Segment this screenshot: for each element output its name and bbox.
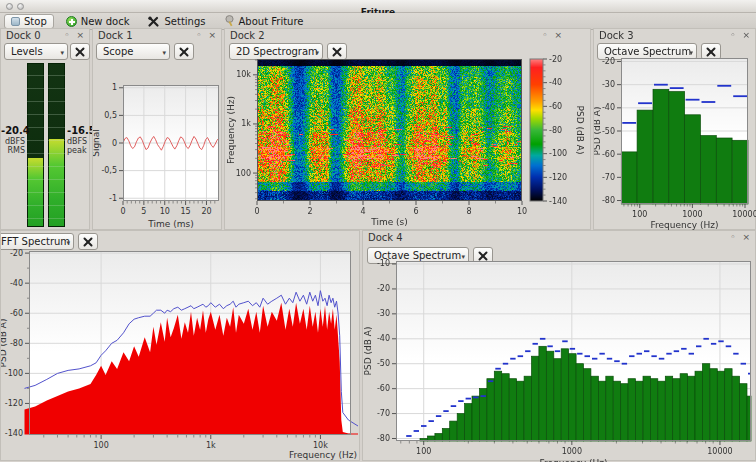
window-control-icon[interactable] (17, 3, 24, 10)
chevron-down-icon: ▾ (689, 46, 693, 60)
dock3-widget-selector[interactable]: Octave Spectrum▾ (597, 43, 697, 60)
svg-text:-40: -40 (549, 78, 562, 87)
svg-text:PSD (dB A): PSD (dB A) (575, 106, 585, 155)
close-icon[interactable]: × (208, 30, 216, 40)
float-icon[interactable]: ◦ (64, 30, 69, 40)
svg-text:10: 10 (160, 207, 170, 216)
peak-markers (406, 339, 750, 436)
svg-text:Time (ms): Time (ms) (147, 219, 193, 229)
grid (29, 251, 351, 435)
dock4-settings-button[interactable] (473, 247, 493, 264)
float-icon[interactable]: ◦ (196, 30, 201, 40)
svg-text:10k: 10k (236, 70, 251, 79)
float-icon[interactable]: ◦ (542, 30, 547, 40)
grid (396, 261, 751, 441)
svg-text:-60: -60 (602, 150, 615, 159)
svg-text:4: 4 (360, 207, 365, 216)
svg-text:0: 0 (254, 207, 259, 216)
chevron-down-icon: ▾ (60, 46, 64, 60)
close-icon[interactable]: × (742, 232, 750, 242)
svg-text:1000: 1000 (682, 210, 702, 219)
dock-fft-spectrum: FFT Spectrum▾ -20-40-60-80-100-120-14010… (0, 230, 360, 461)
svg-text:-140: -140 (549, 197, 567, 206)
octave-bars (420, 346, 751, 441)
float-icon[interactable]: ◦ (730, 232, 735, 242)
chevron-down-icon: ▾ (461, 250, 465, 264)
svg-text:-40: -40 (10, 279, 23, 288)
svg-text:Signal: Signal (93, 129, 101, 157)
about-button[interactable]: About Friture (218, 14, 310, 29)
chevron-down-icon: ▾ (315, 46, 319, 60)
wrench-icon (82, 236, 94, 248)
window-control-icon[interactable] (6, 3, 13, 10)
svg-text:5: 5 (141, 207, 146, 216)
fft-peak-line (25, 291, 359, 426)
svg-text:100: 100 (236, 169, 251, 178)
dock-title: Dock 3 (599, 30, 634, 41)
svg-text:-50: -50 (377, 359, 390, 368)
dock0-widget-selector[interactable]: Levels▾ (4, 43, 68, 60)
close-icon[interactable]: × (742, 30, 750, 40)
svg-text:10000: 10000 (707, 447, 732, 456)
dock4-widget-selector[interactable]: Octave Spectrum▾ (367, 247, 469, 264)
svg-text:-70: -70 (377, 409, 390, 418)
svg-text:15: 15 (181, 207, 191, 216)
dock2-settings-button[interactable] (327, 43, 347, 60)
svg-text:PSD (dB A): PSD (dB A) (1, 319, 8, 368)
svg-text:Frequency (Hz): Frequency (Hz) (289, 450, 357, 460)
wrench-icon (705, 46, 717, 58)
microphone-icon (224, 15, 235, 27)
peak-readout: -16.5 dBFS peak (67, 125, 91, 155)
svg-text:-120: -120 (549, 173, 567, 182)
friture-window: Friture Stop New dock Settings About Fri… (0, 0, 756, 462)
svg-text:100: 100 (416, 447, 431, 456)
svg-text:-20: -20 (377, 284, 390, 293)
dock-title: Dock 0 (6, 30, 41, 41)
svg-text:-1: -1 (109, 194, 117, 203)
axes: -10-20-30-40-50-60-70-80100100010000Freq… (363, 259, 733, 462)
settings-button[interactable]: Settings (141, 14, 211, 29)
svg-text:-80: -80 (549, 126, 562, 135)
dock1-settings-button[interactable] (174, 43, 194, 60)
stop-button[interactable]: Stop (4, 14, 54, 29)
dock0-settings-button[interactable] (70, 43, 90, 60)
dock3-settings-button[interactable] (701, 43, 721, 60)
svg-text:-70: -70 (602, 173, 615, 182)
dock-spectrogram: Dock 2 ◦× 2D Spectrogram▾ 1001k10k024681… (224, 28, 591, 230)
scope-waveform (123, 136, 219, 150)
peak-level-meter (48, 63, 65, 227)
stop-icon (11, 17, 20, 26)
rms-readout: -20.4 dBFS RMS (1, 125, 25, 155)
dock-octave-spectrum-3: Dock 3 ◦× Octave Spectrum▾ -20-30-40-50-… (593, 28, 756, 230)
title-bar: Friture (0, 0, 756, 13)
fft-widget-selector[interactable]: FFT Spectrum▾ (0, 233, 74, 250)
svg-text:Frequency (Hz): Frequency (Hz) (540, 458, 608, 462)
new-dock-button[interactable]: New dock (60, 14, 136, 29)
fft-settings-button[interactable] (78, 233, 98, 250)
close-icon[interactable]: × (76, 30, 84, 40)
svg-text:-120: -120 (5, 399, 23, 408)
meter-scale-ticks (48, 63, 65, 227)
axes: 10,50-0,5-105101520Time (ms)Signal (93, 83, 215, 229)
svg-text:-80: -80 (602, 196, 615, 205)
svg-text:-60: -60 (377, 384, 390, 393)
axes: -20-30-40-50-60-70-80100100010000Frequen… (594, 57, 756, 230)
close-icon[interactable]: × (554, 30, 562, 40)
axes: -20-40-60-80-100-120-1401001k10kFrequenc… (1, 249, 357, 460)
dock-levels: Dock 0 ◦× Levels▾ -20.4 dBFS RMS -16.5 d… (0, 28, 90, 230)
svg-text:-20: -20 (549, 55, 562, 64)
chevron-down-icon: ▾ (66, 236, 70, 250)
svg-text:100: 100 (93, 441, 108, 450)
svg-text:0,5: 0,5 (104, 111, 117, 120)
octave-spectrum-plot: -10-20-30-40-50-60-70-80100100010000Freq… (363, 231, 756, 462)
svg-text:20: 20 (201, 207, 211, 216)
settings-icon (147, 15, 160, 28)
float-icon[interactable]: ◦ (730, 30, 735, 40)
fft-spectrum-area (25, 303, 359, 435)
wrench-icon (74, 46, 86, 58)
svg-text:-100: -100 (549, 149, 567, 158)
dock2-widget-selector[interactable]: 2D Spectrogram▾ (229, 43, 323, 60)
svg-text:1k: 1k (241, 119, 251, 128)
dock-title: Dock 4 (368, 232, 403, 243)
dock1-widget-selector[interactable]: Scope▾ (96, 43, 170, 60)
